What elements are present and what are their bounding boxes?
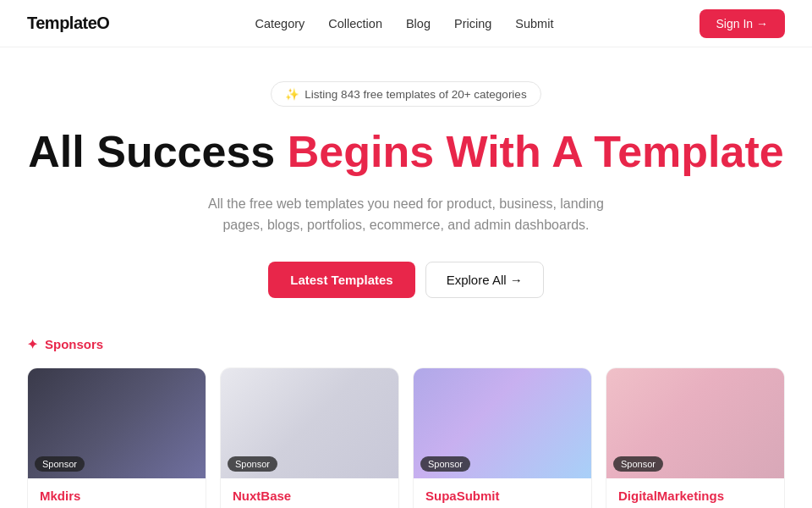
hero-subtitle: All the free web templates you need for … (203, 193, 609, 236)
sponsors-section: ✦ Sponsors Sponsor Mkdirs The best direc… (0, 329, 812, 508)
sponsor-image-mkdirs: Sponsor (28, 368, 206, 478)
nav-item-collection[interactable]: Collection (328, 17, 382, 30)
sponsor-name-supasubmit: SupaSubmit (425, 489, 579, 503)
sign-in-button[interactable]: Sign In → (700, 9, 785, 38)
sponsors-heading: ✦ Sponsors (27, 337, 785, 352)
sponsor-card-mkdirs[interactable]: Sponsor Mkdirs The best directory boiler… (27, 367, 206, 508)
sponsor-card-supasubmit[interactable]: Sponsor SupaSubmit Submit your SaaS Star… (413, 367, 592, 508)
nav-item-category[interactable]: Category (255, 17, 304, 30)
sponsor-badge-4: Sponsor (613, 456, 663, 472)
sponsor-body-nuxtbase: NuxtBase The ultimate Nuxt + AI boilerpl… (221, 478, 398, 508)
hero-section: ✨ Listing 843 free templates of 20+ cate… (0, 47, 812, 329)
site-logo[interactable]: TemplateO (27, 14, 109, 33)
sponsor-name-digitalmarketings: DigitalMarketings (618, 489, 772, 503)
sponsor-body-digitalmarketings: DigitalMarketings Struggling with market… (606, 478, 784, 508)
sponsor-badge-1: Sponsor (35, 456, 85, 472)
hero-title-part1: All Success (28, 127, 287, 176)
nav-item-blog[interactable]: Blog (406, 17, 431, 30)
listing-badge: ✨ Listing 843 free templates of 20+ cate… (271, 81, 540, 107)
latest-templates-button[interactable]: Latest Templates (268, 262, 414, 298)
sponsor-badge-2: Sponsor (228, 456, 277, 472)
explore-all-button[interactable]: Explore All → (425, 262, 544, 298)
sponsor-name-nuxtbase: NuxtBase (233, 489, 387, 503)
sponsor-grid: Sponsor Mkdirs The best directory boiler… (27, 367, 785, 508)
hero-actions: Latest Templates Explore All → (27, 262, 785, 298)
nav-links: Category Collection Blog Pricing Submit (255, 17, 553, 30)
sponsor-name-mkdirs: Mkdirs (40, 489, 194, 503)
sponsor-body-mkdirs: Mkdirs The best directory boilerplate, p… (28, 478, 206, 508)
sponsor-image-nuxtbase: Sponsor (221, 368, 398, 478)
hero-title-highlight: Begins With A Template (288, 127, 784, 176)
sponsors-title-text: Sponsors (45, 337, 103, 351)
sponsor-body-supasubmit: SupaSubmit Submit your SaaS Startup to 1… (414, 478, 591, 508)
nav-item-submit[interactable]: Submit (515, 17, 553, 30)
hero-title: All Success Begins With A Template (27, 127, 785, 178)
nav-item-pricing[interactable]: Pricing (454, 17, 491, 30)
badge-text: Listing 843 free templates of 20+ catego… (304, 88, 526, 101)
sponsor-image-supasubmit: Sponsor (414, 368, 591, 478)
sponsor-badge-3: Sponsor (420, 456, 470, 472)
sponsor-image-digitalmarketings: Sponsor (606, 368, 784, 478)
sponsors-icon: ✦ (27, 337, 38, 352)
sponsor-card-nuxtbase[interactable]: Sponsor NuxtBase The ultimate Nuxt + AI … (220, 367, 399, 508)
badge-icon: ✨ (285, 87, 299, 101)
navbar: TemplateO Category Collection Blog Prici… (0, 0, 812, 47)
sponsor-card-digitalmarketings[interactable]: Sponsor DigitalMarketings Struggling wit… (606, 367, 785, 508)
